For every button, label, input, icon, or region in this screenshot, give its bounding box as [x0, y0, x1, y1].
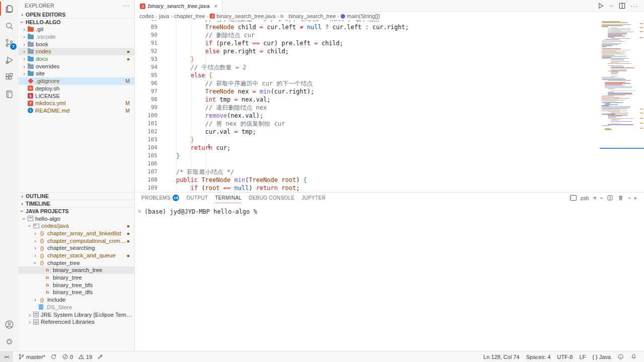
breadcrumb-codes[interactable]: codes	[139, 13, 154, 19]
terminal-picker-chevron-icon[interactable]: ›	[599, 197, 605, 199]
file-item-readme-md[interactable]: iREADME.mdM	[19, 107, 134, 115]
remote-indicator-icon[interactable]: ><	[0, 351, 13, 362]
line-number[interactable]: 89	[135, 23, 157, 31]
file-item-overrides[interactable]: ›overrides	[19, 62, 134, 70]
breadcrumb-binary-search-tree[interactable]: tsbinary_search_tree	[280, 13, 336, 19]
java-item-hello-algo[interactable]: ›hello-algo	[19, 215, 134, 222]
line-number[interactable]: 99	[135, 104, 157, 112]
line-number[interactable]: 101	[135, 120, 157, 128]
java-item-chapter-array-and-linkedlist[interactable]: ›{}chapter_array_and_linkedlist●	[19, 230, 134, 237]
breadcrumb-main-string[interactable]: main(String[])	[341, 13, 380, 19]
line-number[interactable]: 98	[135, 96, 157, 104]
status-item-lf[interactable]: LF	[580, 354, 586, 360]
timeline-header[interactable]: › TIMELINE	[19, 200, 134, 207]
split-editor-icon[interactable]	[618, 2, 626, 10]
java-item-referenced-libraries[interactable]: ›Referenced Libraries	[19, 318, 134, 326]
account-icon[interactable]	[0, 316, 18, 333]
file-item-mkdocs-yml[interactable]: Ymkdocs.ymlM	[19, 100, 134, 107]
kill-terminal-trash-icon[interactable]	[617, 195, 624, 201]
java-item-jre-system-library-eclipse-temurin-17-17[interactable]: ›JRE System Library [Eclipse Temurin 17 …	[19, 311, 134, 318]
status-item-ln-128-col-74[interactable]: Ln 128, Col 74	[484, 354, 520, 360]
line-number[interactable]: 109	[135, 184, 157, 192]
line-number[interactable]: 94	[135, 63, 157, 71]
status-item-sync[interactable]	[50, 353, 57, 360]
line-number[interactable]: 104	[135, 144, 157, 152]
file-item-site[interactable]: ›site	[19, 70, 134, 77]
source-control-icon[interactable]: 7	[0, 34, 18, 51]
panel-tab-output[interactable]: OUTPUT	[186, 193, 208, 203]
panel-tab-debug-console[interactable]: DEBUG CONSOLE	[249, 193, 294, 203]
explorer-icon[interactable]	[0, 0, 18, 17]
code-area[interactable]: 88 // 当子结点数量 = 0 / 1 时， child = null / 该…	[135, 20, 600, 192]
close-tab-icon[interactable]: ×	[214, 3, 217, 9]
status-item-error[interactable]: 0	[62, 353, 73, 360]
line-number[interactable]: 105	[135, 152, 157, 160]
outline-header[interactable]: › OUTLINE	[19, 192, 134, 200]
file-item-book[interactable]: ›book	[19, 40, 134, 48]
java-projects-header[interactable]: › JAVA PROJECTS	[19, 207, 134, 215]
java-item-binary-tree-dfs[interactable]: tsbinary_tree_dfs	[19, 289, 134, 296]
status-item-spaces-4[interactable]: Spaces: 4	[526, 354, 550, 360]
split-terminal-icon[interactable]	[607, 195, 613, 201]
status-item-rocket[interactable]	[97, 353, 104, 360]
java-item-codes-java[interactable]: ›codes/java●	[19, 222, 134, 230]
line-number[interactable]: 93	[135, 55, 157, 63]
line-number[interactable]: 95	[135, 71, 157, 79]
file-item-deploy-sh[interactable]: >deploy.sh	[19, 85, 134, 93]
settings-gear-icon[interactable]	[0, 333, 18, 350]
line-number[interactable]: 102	[135, 128, 157, 136]
java-item-binary-tree[interactable]: tsbinary_tree	[19, 274, 134, 282]
status-item-utf-8[interactable]: UTF-8	[557, 354, 573, 360]
panel-tab-terminal[interactable]: TERMINAL	[215, 193, 242, 203]
breadcrumb-chapter-tree[interactable]: chapter_tree	[174, 13, 205, 19]
file-item-git[interactable]: ›.git	[19, 26, 134, 33]
java-item-chapter-computational-complexity[interactable]: ›{}chapter_computational_complexity●	[19, 237, 134, 244]
notebook-icon[interactable]	[0, 85, 18, 103]
line-number[interactable]: 96	[135, 79, 157, 87]
tab-binary-search-tree[interactable]: J binary_search_tree.java ×	[135, 0, 222, 12]
file-item-vscode[interactable]: ›.vscode	[19, 33, 134, 41]
panel-tab-jupyter[interactable]: JUPYTER	[302, 193, 326, 203]
java-item-ds-store[interactable]: .DS_Store	[19, 304, 134, 311]
breadcrumb-java[interactable]: java	[159, 13, 169, 19]
line-number[interactable]: 92	[135, 47, 157, 55]
line-number[interactable]: 100	[135, 112, 157, 120]
java-item-include[interactable]: ›{}include	[19, 296, 134, 304]
java-item-chapter-searching[interactable]: ›{}chapter_searching	[19, 244, 134, 252]
close-panel-icon[interactable]: ×	[634, 195, 637, 201]
run-and-debug-icon[interactable]	[0, 51, 18, 68]
file-item-license[interactable]: §LICENSE	[19, 92, 134, 100]
extensions-icon[interactable]	[0, 68, 18, 85]
file-item-docs[interactable]: ›docs●	[19, 55, 134, 63]
status-item-branch[interactable]: master*	[18, 353, 45, 360]
terminal-content[interactable]: (base) jyd@JYD-MBP hello-algo %	[135, 203, 644, 215]
new-terminal-icon[interactable]: +	[593, 194, 597, 202]
line-number[interactable]: 108	[135, 176, 157, 184]
file-item-codes[interactable]: ›codes●	[19, 48, 134, 55]
overview-ruler[interactable]	[638, 20, 644, 192]
search-icon[interactable]	[0, 17, 18, 34]
status-item-bell[interactable]	[630, 353, 637, 360]
java-item-binary-search-tree[interactable]: tsbinary_search_tree	[19, 266, 134, 274]
line-number[interactable]: 106	[135, 160, 157, 168]
status-item-warning[interactable]: 19	[78, 353, 92, 360]
java-item-chapter-tree[interactable]: ›{}chapter_tree	[19, 259, 134, 266]
status-item-braces[interactable]: { }Java	[592, 354, 611, 360]
line-number[interactable]: 103	[135, 136, 157, 144]
java-item-chapter-stack-and-queue[interactable]: ›{}chapter_stack_and_queue●	[19, 252, 134, 259]
minimap[interactable]	[600, 20, 638, 192]
project-root-header[interactable]: › HELLO-ALGO	[19, 18, 134, 26]
open-editors-header[interactable]: › OPEN EDITORS	[19, 11, 134, 18]
line-number[interactable]: 97	[135, 87, 157, 96]
run-dropdown-chevron-icon[interactable]	[609, 2, 614, 10]
java-item-binary-tree-bfs[interactable]: tsbinary_tree_bfs	[19, 281, 134, 289]
breadcrumb-binary-search-tree-java[interactable]: Jbinary_search_tree.java	[210, 13, 275, 19]
file-item-gitignore[interactable]: .gitignoreM	[19, 77, 134, 85]
run-button-icon[interactable]	[597, 2, 604, 10]
line-number[interactable]: 91	[135, 39, 157, 47]
line-number[interactable]: 107	[135, 168, 157, 176]
explorer-more-actions-icon[interactable]: ···	[123, 2, 130, 9]
panel-tab-problems[interactable]: PROBLEMS19	[141, 193, 179, 203]
maximize-panel-chevron-icon[interactable]: ›	[626, 197, 632, 199]
line-number[interactable]: 90	[135, 31, 157, 39]
